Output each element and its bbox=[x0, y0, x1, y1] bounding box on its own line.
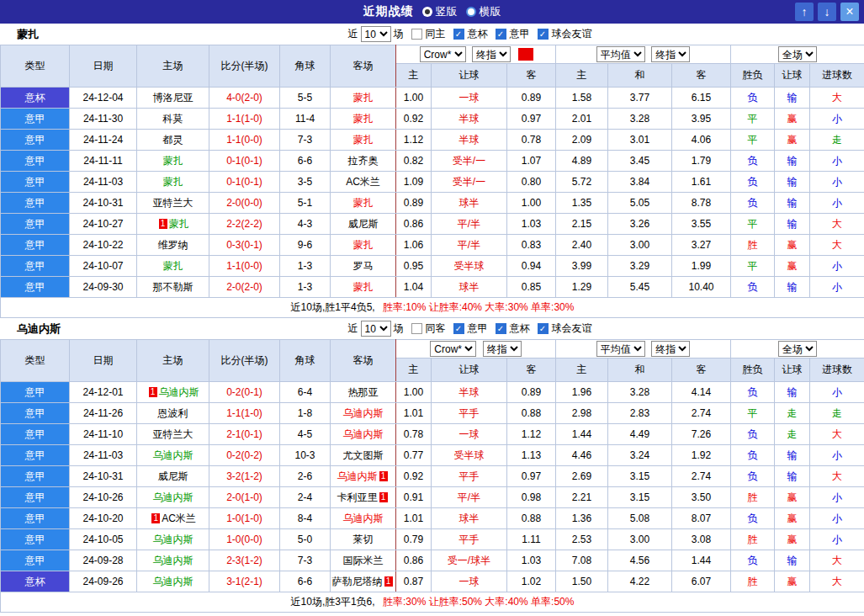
away-team-cell: 热那亚 bbox=[331, 382, 396, 403]
average-select[interactable]: 平均值 bbox=[596, 341, 645, 357]
ah-line: 半球 bbox=[432, 130, 507, 151]
final-odds-select[interactable]: 终指 bbox=[651, 46, 690, 62]
away-team-cell: 尤文图斯 bbox=[331, 445, 396, 466]
competition-checkbox[interactable]: ✓ bbox=[538, 29, 549, 40]
away-team-cell: 乌迪内斯 bbox=[331, 508, 396, 529]
handicap-result-cell: 输 bbox=[775, 466, 810, 487]
eu-away-odds: 8.07 bbox=[672, 508, 731, 529]
eu-home-odds: 1.58 bbox=[556, 88, 608, 109]
date-cell: 24-12-04 bbox=[70, 88, 137, 109]
team-name: 乌迪内斯 bbox=[17, 321, 61, 337]
result-cell: 负 bbox=[731, 466, 775, 487]
eu-home-odds: 4.46 bbox=[556, 445, 608, 466]
eu-away-odds: 3.95 bbox=[672, 109, 731, 130]
eu-home-odds: 7.08 bbox=[556, 550, 608, 571]
col-ah-away: 客 bbox=[507, 358, 556, 382]
ah-line: 受一/球半 bbox=[432, 550, 507, 571]
match-row: 意甲24-10-22维罗纳0-3(0-1)9-6蒙扎1.06平/半0.832.4… bbox=[1, 235, 864, 256]
score-cell: 1-1(1-0) bbox=[209, 403, 280, 424]
scope-select[interactable]: 全场 bbox=[778, 341, 817, 357]
eu-draw-odds: 4.56 bbox=[608, 550, 672, 571]
same-venue-checkbox[interactable] bbox=[411, 323, 422, 334]
competition-cell: 意甲 bbox=[1, 109, 70, 130]
competition-checkbox[interactable]: ✓ bbox=[538, 323, 549, 334]
move-down-button[interactable]: ↓ bbox=[818, 3, 836, 21]
team-label: 蒙扎 bbox=[163, 260, 183, 272]
ah-away-odds: 1.13 bbox=[507, 445, 556, 466]
team-label: 蒙扎 bbox=[169, 218, 189, 230]
col-eu-draw: 和 bbox=[608, 358, 672, 382]
competition-checkbox[interactable]: ✓ bbox=[453, 29, 464, 40]
layout-vertical-radio[interactable]: 竖版 bbox=[422, 4, 458, 19]
competition-checkbox[interactable]: ✓ bbox=[496, 323, 506, 334]
home-team-cell: 蒙扎 bbox=[137, 151, 209, 172]
scope-select[interactable]: 全场 bbox=[778, 46, 817, 62]
ah-line: 一球 bbox=[432, 88, 507, 109]
match-count-select[interactable]: 10 bbox=[361, 26, 391, 42]
corners-cell: 5-1 bbox=[280, 193, 331, 214]
eu-home-odds: 2.98 bbox=[556, 403, 608, 424]
handicap-result-cell: 输 bbox=[775, 214, 810, 235]
competition-checkbox[interactable]: ✓ bbox=[496, 29, 506, 40]
home-team-cell: 乌迪内斯 bbox=[137, 445, 209, 466]
col-date: 日期 bbox=[70, 340, 137, 382]
competition-cell: 意甲 bbox=[1, 151, 70, 172]
eu-home-odds: 2.01 bbox=[556, 109, 608, 130]
match-count-select[interactable]: 10 bbox=[361, 321, 391, 337]
team-label: 威尼斯 bbox=[158, 470, 188, 482]
competition-checkbox[interactable]: ✓ bbox=[453, 323, 464, 334]
final-odds-select[interactable]: 终指 bbox=[483, 341, 522, 357]
near-label: 近 bbox=[348, 321, 358, 336]
eu-draw-odds: 5.05 bbox=[608, 193, 672, 214]
match-row: 意甲24-10-271蒙扎2-2(2-2)4-3威尼斯0.86平/半1.032.… bbox=[1, 214, 864, 235]
ah-home-odds: 1.00 bbox=[396, 88, 432, 109]
ah-home-odds: 0.87 bbox=[396, 571, 432, 592]
same-venue-checkbox[interactable] bbox=[411, 29, 422, 40]
match-row: 意甲24-10-05乌迪内斯1-0(0-0)5-0莱切0.79平手1.112.5… bbox=[1, 529, 864, 550]
score-cell: 0-2(0-1) bbox=[209, 382, 280, 403]
ah-home-odds: 1.09 bbox=[396, 172, 432, 193]
result-cell: 胜 bbox=[731, 235, 775, 256]
summary-stats: 胜率:30% 让胜率:50% 大率:40% 单率:50% bbox=[383, 596, 574, 608]
filter-bar: 近 10 场 同主 ✓ 意杯 ✓ 意甲 ✓ 球会友谊 bbox=[348, 26, 592, 42]
team-label: 威尼斯 bbox=[348, 218, 379, 230]
ah-home-odds: 0.89 bbox=[396, 193, 432, 214]
red-indicator bbox=[518, 48, 533, 61]
ah-home-odds: 0.92 bbox=[396, 466, 432, 487]
away-team-cell: 卡利亚里1 bbox=[331, 487, 396, 508]
final-odds-select[interactable]: 终指 bbox=[472, 46, 511, 62]
date-cell: 24-10-26 bbox=[70, 487, 137, 508]
col-eu-home: 主 bbox=[556, 64, 608, 88]
date-cell: 24-11-30 bbox=[70, 109, 137, 130]
move-up-button[interactable]: ↑ bbox=[795, 3, 814, 21]
col-ah-line: 让球 bbox=[432, 358, 507, 382]
scope-controls: 全场 bbox=[731, 45, 864, 64]
score-cell: 0-1(0-1) bbox=[209, 151, 280, 172]
date-cell: 24-09-28 bbox=[70, 550, 137, 571]
ah-line: 一球 bbox=[432, 571, 507, 592]
result-cell: 负 bbox=[731, 508, 775, 529]
home-team-cell: 乌迪内斯 bbox=[137, 550, 209, 571]
goals-result-cell: 小 bbox=[810, 529, 864, 550]
score-cell: 2-0(1-0) bbox=[209, 487, 280, 508]
result-cell: 平 bbox=[731, 214, 775, 235]
layout-horizontal-radio[interactable]: 横版 bbox=[466, 4, 501, 19]
final-odds-select[interactable]: 终指 bbox=[651, 341, 690, 357]
close-button[interactable]: × bbox=[840, 3, 859, 21]
average-select[interactable]: 平均值 bbox=[596, 46, 645, 62]
ah-line: 受半球 bbox=[432, 256, 507, 277]
match-rows: 意甲24-12-011乌迪内斯0-2(0-1)6-4热那亚1.00半球0.891… bbox=[1, 382, 864, 592]
ah-line: 球半 bbox=[432, 277, 507, 298]
score-cell: 1-1(0-0) bbox=[209, 130, 280, 151]
competition-cell: 意甲 bbox=[1, 508, 70, 529]
bookmaker-select[interactable]: Crow* bbox=[420, 46, 466, 62]
col-home: 主场 bbox=[137, 45, 209, 88]
result-cell: 胜 bbox=[731, 529, 775, 550]
eu-home-odds: 3.99 bbox=[556, 256, 608, 277]
team-label: 那不勒斯 bbox=[153, 281, 193, 293]
ah-line: 半球 bbox=[432, 382, 507, 403]
home-team-cell: 威尼斯 bbox=[137, 466, 209, 487]
score-cell: 2-0(2-0) bbox=[209, 277, 280, 298]
bookmaker-select[interactable]: Crow* bbox=[430, 341, 476, 357]
handicap-result-cell: 赢 bbox=[775, 130, 810, 151]
